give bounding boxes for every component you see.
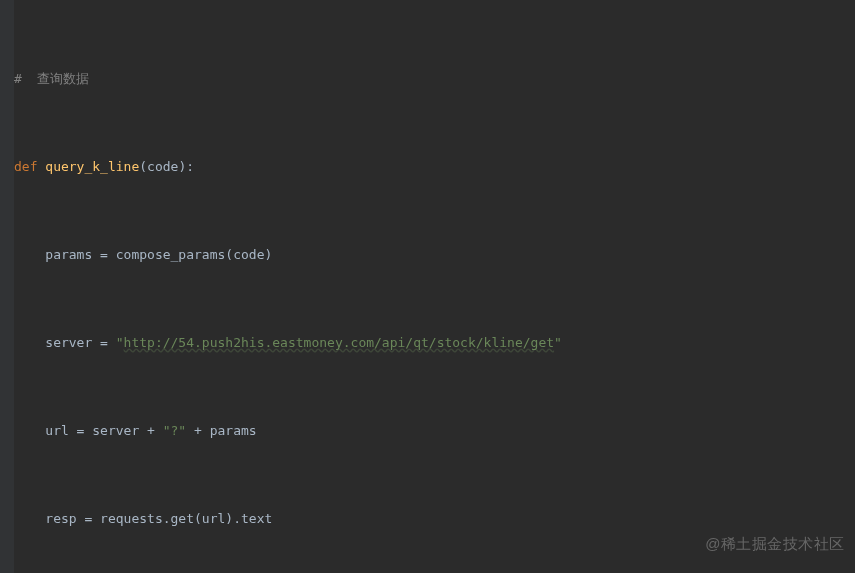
string-quote: "	[116, 335, 124, 350]
code-text: + params	[186, 423, 256, 438]
string-url: http://54.push2his.eastmoney.com/api/qt/…	[124, 335, 554, 350]
code-text: server =	[14, 335, 116, 350]
code-line: # 查询数据	[14, 68, 855, 90]
param: code	[147, 159, 178, 174]
code-area: # 查询数据 def query_k_line(code): params = …	[14, 0, 855, 573]
keyword-def: def	[14, 159, 45, 174]
code-line: server = "http://54.push2his.eastmoney.c…	[14, 332, 855, 354]
punct: ):	[178, 159, 194, 174]
code-line: def query_k_line(code):	[14, 156, 855, 178]
punct: (	[139, 159, 147, 174]
string-quote: "	[554, 335, 562, 350]
editor-frame: # 查询数据 def query_k_line(code): params = …	[0, 0, 855, 573]
comment: # 查询数据	[14, 71, 89, 86]
func-name: query_k_line	[45, 159, 139, 174]
code-text: params = compose_params(code)	[14, 247, 272, 262]
gutter	[0, 0, 14, 573]
code-text: resp = requests.get(url).text	[14, 511, 272, 526]
code-line: resp = requests.get(url).text	[14, 508, 855, 530]
code-line: params = compose_params(code)	[14, 244, 855, 266]
string: "?"	[163, 423, 186, 438]
code-text: url = server +	[14, 423, 163, 438]
code-line: url = server + "?" + params	[14, 420, 855, 442]
